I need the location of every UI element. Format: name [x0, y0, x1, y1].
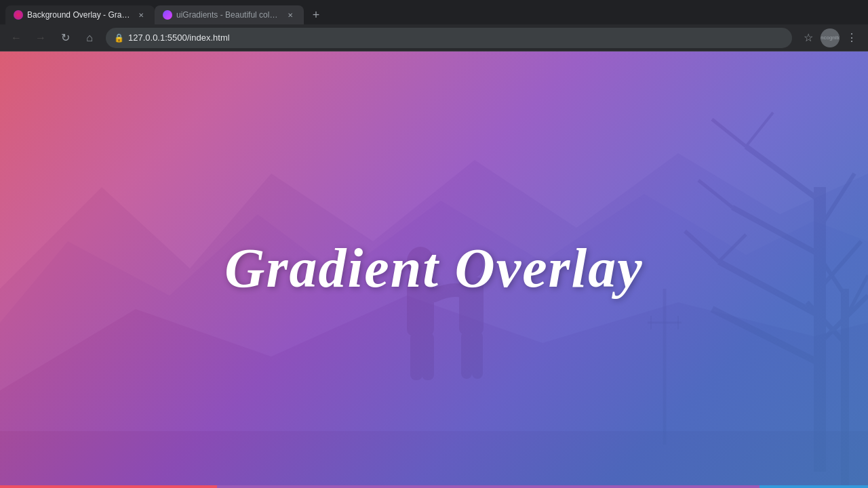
tab-inactive[interactable]: uiGradients - Beautiful colored g… ✕	[155, 5, 304, 24]
tab-active[interactable]: Background Overlay - Gradient ✕	[5, 5, 155, 24]
toolbar: ← → ↻ ⌂ 🔒 ☆ Incognito ⋮	[0, 24, 868, 52]
profile-label: Incognito	[821, 35, 840, 41]
home-icon: ⌂	[86, 32, 93, 44]
back-icon: ←	[11, 32, 22, 44]
tab-favicon-active	[14, 10, 23, 20]
new-tab-button[interactable]: +	[307, 5, 326, 24]
bookmark-icon: ☆	[804, 31, 813, 44]
back-button[interactable]: ←	[5, 27, 27, 49]
home-button[interactable]: ⌂	[79, 27, 100, 49]
tab-favicon-inactive	[163, 10, 172, 20]
toolbar-actions: ☆ Incognito ⋮	[797, 27, 863, 49]
profile-button[interactable]: Incognito	[821, 28, 840, 47]
bottom-bar-purple	[217, 485, 760, 488]
forward-icon: →	[35, 32, 46, 44]
bottom-bar-red	[0, 485, 217, 488]
bookmark-button[interactable]: ☆	[797, 27, 819, 49]
reload-button[interactable]: ↻	[54, 27, 76, 49]
tab-close-inactive[interactable]: ✕	[285, 9, 296, 20]
tab-close-active[interactable]: ✕	[136, 9, 146, 20]
reload-icon: ↻	[61, 31, 70, 44]
tab-label-inactive: uiGradients - Beautiful colored g…	[176, 10, 281, 20]
menu-button[interactable]: ⋮	[841, 27, 863, 49]
overlay-title: Gradient Overlay	[224, 237, 643, 300]
forward-button[interactable]: →	[30, 27, 52, 49]
menu-icon: ⋮	[846, 31, 857, 44]
bottom-bar	[0, 485, 868, 488]
bottom-bar-blue	[760, 485, 868, 488]
lock-icon: 🔒	[114, 33, 124, 43]
address-bar[interactable]: 🔒	[106, 28, 792, 48]
address-input[interactable]	[128, 33, 784, 43]
browser-frame: Background Overlay - Gradient ✕ uiGradie…	[0, 0, 868, 488]
webpage-content: Gradient Overlay	[0, 52, 868, 485]
tab-bar: Background Overlay - Gradient ✕ uiGradie…	[0, 0, 868, 24]
tab-label-active: Background Overlay - Gradient	[27, 10, 132, 20]
